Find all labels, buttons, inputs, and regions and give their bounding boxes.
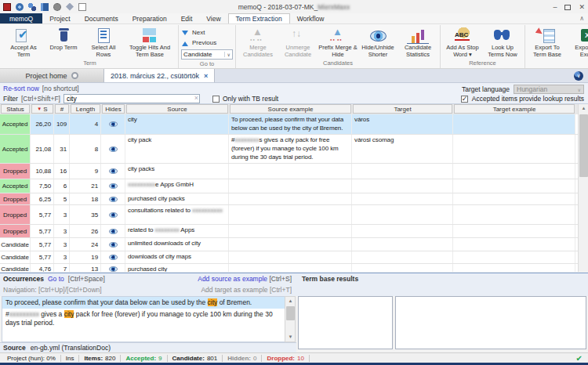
- term-row[interactable]: Accepted26,201094cityTo proceed, please …: [0, 114, 578, 135]
- column-header-source[interactable]: Source: [126, 104, 228, 114]
- add-source-example-link[interactable]: Add source as example: [198, 275, 267, 283]
- eye-icon[interactable]: [109, 183, 118, 189]
- eye-icon[interactable]: [109, 242, 118, 248]
- options-icon[interactable]: [66, 3, 74, 11]
- term-row[interactable]: Dropped6,25518purchased city packs: [0, 193, 578, 205]
- next-button[interactable]: Next: [181, 27, 233, 37]
- menu-bar: memoQProjectDocumentsPreparationEditView…: [0, 13, 588, 24]
- ribbon-group-go-to: NextPreviousCandidate∨Go to: [179, 25, 236, 68]
- previous-button[interactable]: Previous: [181, 38, 233, 47]
- menu-tab-edit[interactable]: Edit: [174, 13, 200, 23]
- target-cell: [352, 251, 453, 263]
- column-header-source-example[interactable]: Source example: [230, 104, 351, 114]
- term-base-result-detail-box[interactable]: [395, 296, 586, 349]
- menu-tab-term-extraction[interactable]: Term Extraction: [228, 13, 290, 23]
- occurrences-scrollbar-thumb[interactable]: [286, 306, 295, 320]
- term-row[interactable]: Dropped5,77335consultations related to x…: [0, 205, 578, 225]
- column-header-target[interactable]: Target: [353, 104, 452, 114]
- add-target-example-link[interactable]: Add target as example: [201, 286, 267, 294]
- eye-icon[interactable]: [109, 255, 118, 260]
- term-row[interactable]: Candidate5,77324unlimited downloads of c…: [0, 238, 578, 251]
- eye-icon[interactable]: [109, 229, 118, 234]
- export-to-excel-button[interactable]: Export To Excel: [568, 26, 588, 58]
- maximize-button[interactable]: [564, 5, 571, 10]
- only-tb-result-checkbox[interactable]: [212, 96, 220, 103]
- eye-icon[interactable]: [109, 212, 118, 218]
- close-button[interactable]: ✕: [579, 3, 585, 11]
- eye-icon[interactable]: [109, 266, 118, 272]
- goto-link[interactable]: Go to: [48, 275, 64, 283]
- clear-filter-icon[interactable]: ×: [194, 94, 198, 103]
- team-icon[interactable]: [28, 3, 36, 11]
- eye-icon[interactable]: [109, 121, 118, 127]
- occurrence-item[interactable]: #xxxxxxxxx gives a city pack for free (f…: [2, 309, 285, 329]
- term-base-result-source-box[interactable]: [298, 296, 393, 349]
- table-scrollbar[interactable]: ▲: [578, 104, 588, 272]
- unmerge-candidate-button[interactable]: Unmerge Candidate: [278, 26, 318, 58]
- column-header-status[interactable]: Status: [1, 104, 30, 114]
- menu-tab-preparation[interactable]: Preparation: [125, 13, 174, 23]
- app-icon[interactable]: [3, 3, 11, 11]
- filter-input[interactable]: [64, 94, 200, 103]
- scroll-up-icon[interactable]: ▲: [285, 297, 296, 305]
- look-up-terms-now-button[interactable]: Look Up Terms Now: [483, 26, 522, 58]
- toggle-hits-and-term-base-button[interactable]: Toggle Hits And Term Base: [124, 26, 176, 58]
- term-row[interactable]: Accepted7,50621xxxxxxxxxe Apps GmbH: [0, 179, 578, 193]
- eye-icon[interactable]: [109, 146, 118, 152]
- term-row[interactable]: Dropped10,88169city packs: [0, 164, 578, 179]
- merge-candidates-button[interactable]: Merge Candidates: [238, 26, 278, 58]
- menu-tab-view[interactable]: View: [199, 13, 227, 23]
- column-header-length[interactable]: Length: [71, 104, 100, 114]
- table-scrollbar-thumb[interactable]: [579, 114, 588, 177]
- gear-icon[interactable]: [53, 3, 61, 11]
- globe-icon[interactable]: [16, 3, 24, 11]
- term-row[interactable]: Candidate5,77319downloads of city maps: [0, 251, 578, 264]
- scroll-up-icon[interactable]: ▲: [579, 104, 588, 113]
- collapse-ribbon-icon[interactable]: ∧: [579, 15, 584, 22]
- status-badge: Candidate: [0, 264, 31, 272]
- hide-unhide-shorter-button[interactable]: Hide/Unhide Shorter: [358, 26, 397, 58]
- drop-term-button[interactable]: Drop Term: [44, 26, 83, 52]
- tab-document[interactable]: 2018. március 22., csütörtök ×: [104, 69, 215, 82]
- column-header-s[interactable]: ▼S: [31, 104, 53, 114]
- column-header-hides[interactable]: Hides: [102, 104, 125, 114]
- project-home-icon: [71, 72, 78, 79]
- occurrences-scrollbar[interactable]: ▲ ▼: [285, 296, 296, 342]
- select-all-rows-button[interactable]: Select All Rows: [84, 26, 123, 58]
- menu-tab-documents[interactable]: Documents: [78, 13, 125, 23]
- eye-icon[interactable]: [109, 168, 118, 174]
- accepted-lookup-checkbox[interactable]: [461, 96, 468, 103]
- document-icon[interactable]: [78, 3, 86, 11]
- add-as-stop-word-button[interactable]: Add As Stop Word ▾: [443, 26, 482, 58]
- candidate-statistics-button[interactable]: Candidate Statistics: [398, 26, 437, 58]
- column-header-[interactable]: #: [55, 104, 69, 114]
- term-row[interactable]: Dropped5,77326related to xxxxxxxx Apps: [0, 225, 578, 238]
- minimize-button[interactable]: –: [553, 3, 557, 11]
- text-segment: Apps: [180, 226, 195, 233]
- term-row[interactable]: Accepted21,08318city pack#xxxxxxxxs give…: [0, 135, 578, 164]
- tab-close-icon[interactable]: ×: [204, 72, 208, 80]
- eye-icon[interactable]: [109, 197, 118, 202]
- help-icon[interactable]: ∨: [574, 71, 583, 81]
- export-term-base-icon: [536, 27, 558, 44]
- hides-cell: [101, 179, 125, 193]
- tab-project-home[interactable]: Project home: [0, 69, 104, 82]
- goto-type-select[interactable]: Candidate∨: [181, 49, 233, 60]
- export-to-term-base-button[interactable]: Export To Term Base: [528, 26, 567, 58]
- scroll-down-icon[interactable]: ▼: [285, 333, 296, 342]
- menu-tab-memoq[interactable]: memoQ: [0, 13, 42, 23]
- target-example-cell: [453, 264, 575, 272]
- resort-now-link[interactable]: Re-sort now: [3, 85, 39, 92]
- occurrence-item[interactable]: To proceed, please confirm that your dat…: [2, 297, 285, 309]
- menu-tab-workflow[interactable]: Workflow: [290, 13, 332, 23]
- text-segment: city packs: [128, 165, 154, 172]
- menu-tab-project[interactable]: Project: [42, 13, 77, 23]
- prefix-merge-hide-button[interactable]: Prefix Merge & Hide: [318, 26, 358, 58]
- resources-icon[interactable]: [41, 3, 49, 11]
- target-language-select[interactable]: Hungarian ∨: [514, 85, 584, 94]
- accept-as-term-button[interactable]: Accept As Term: [4, 26, 43, 58]
- column-header-target-example[interactable]: Target example: [454, 104, 575, 114]
- text-segment: of Bremen.: [217, 298, 252, 306]
- term-row[interactable]: Candidate4,76713purchased city: [0, 264, 578, 272]
- source-example-cell: To proceed, please confirm that your dat…: [229, 114, 352, 134]
